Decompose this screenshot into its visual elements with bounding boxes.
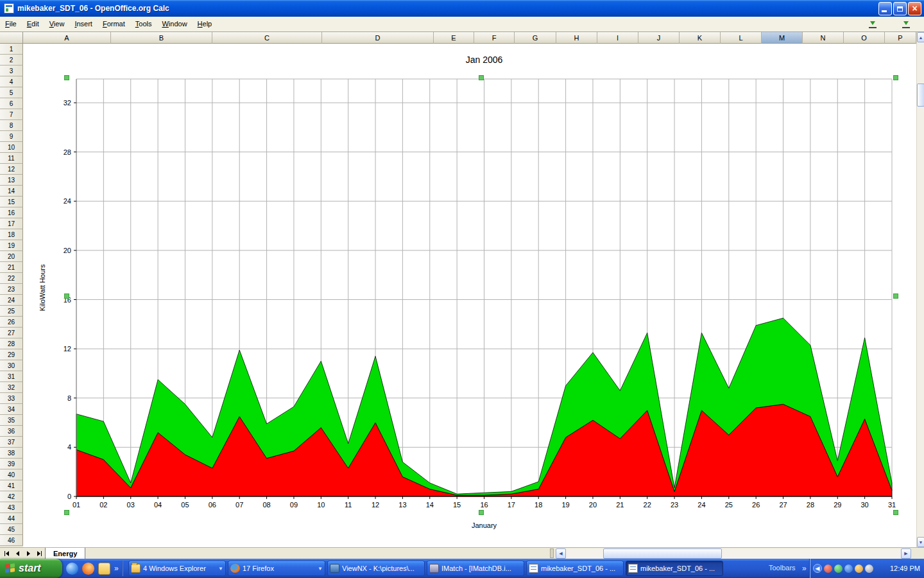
menu-window[interactable]: Window xyxy=(157,17,192,30)
taskbar-button-6[interactable]: mikebaker_SDT_06 - ... xyxy=(626,561,723,576)
first-sheet-button[interactable] xyxy=(1,548,12,559)
quicklaunch-firefox-icon[interactable] xyxy=(82,563,94,575)
row-header-34[interactable]: 34 xyxy=(0,404,23,415)
row-header-28[interactable]: 28 xyxy=(0,338,23,349)
close-button[interactable]: × xyxy=(908,2,921,15)
row-header-24[interactable]: 24 xyxy=(0,295,23,306)
menu-file[interactable]: File xyxy=(0,17,22,30)
row-header-44[interactable]: 44 xyxy=(0,513,23,524)
row-header-40[interactable]: 40 xyxy=(0,469,23,480)
row-header-19[interactable]: 19 xyxy=(0,240,23,251)
column-header-C[interactable]: C xyxy=(212,32,322,44)
row-header-13[interactable]: 13 xyxy=(0,175,23,186)
row-header-17[interactable]: 17 xyxy=(0,218,23,229)
quicklaunch-browser-icon[interactable] xyxy=(66,563,78,575)
vertical-scroll-thumb[interactable] xyxy=(917,83,924,107)
previous-sheet-button[interactable] xyxy=(12,548,22,559)
tray-icon[interactable] xyxy=(865,565,873,573)
row-header-22[interactable]: 22 xyxy=(0,273,23,284)
row-header-2[interactable]: 2 xyxy=(0,55,23,66)
row-header-36[interactable]: 36 xyxy=(0,426,23,437)
column-header-H[interactable]: H xyxy=(556,32,597,44)
row-header-30[interactable]: 30 xyxy=(0,360,23,371)
next-sheet-button[interactable] xyxy=(23,548,33,559)
hide-inactive-icons-button[interactable]: ◀ xyxy=(813,564,822,573)
row-header-4[interactable]: 4 xyxy=(0,76,23,87)
taskbar-button-3[interactable]: ViewNX - K:\pictures\... xyxy=(327,561,425,576)
row-header-9[interactable]: 9 xyxy=(0,131,23,142)
horizontal-scroll-thumb[interactable] xyxy=(603,548,722,559)
row-header-15[interactable]: 15 xyxy=(0,197,23,207)
column-header-D[interactable]: D xyxy=(322,32,434,44)
selection-handle-bottom-right[interactable] xyxy=(893,510,898,515)
last-sheet-button[interactable] xyxy=(34,548,44,559)
row-header-5[interactable]: 5 xyxy=(0,87,23,98)
start-button[interactable]: start xyxy=(0,559,62,578)
selection-handle-bottom-center[interactable] xyxy=(479,510,484,515)
taskbar-button-1[interactable]: 4 Windows Explorer▼ xyxy=(128,561,226,576)
menu-insert[interactable]: Insert xyxy=(69,17,98,30)
menu-view[interactable]: View xyxy=(44,17,70,30)
scroll-up-button[interactable]: ▲ xyxy=(917,32,924,42)
row-header-32[interactable]: 32 xyxy=(0,382,23,393)
row-header-6[interactable]: 6 xyxy=(0,98,23,109)
column-header-J[interactable]: J xyxy=(638,32,680,44)
dock-toolbar-icon[interactable] xyxy=(901,19,911,30)
title-bar[interactable]: mikebaker_SDT_06 - OpenOffice.org Calc × xyxy=(0,0,924,17)
quicklaunch-folder-icon[interactable] xyxy=(98,563,110,575)
row-header-26[interactable]: 26 xyxy=(0,317,23,328)
selection-handle-top-center[interactable] xyxy=(479,75,484,80)
taskbar-button-4[interactable]: IMatch - [IMatchDB.i... xyxy=(427,561,524,576)
column-header-I[interactable]: I xyxy=(597,32,638,44)
tray-icon[interactable] xyxy=(844,565,853,573)
column-header-K[interactable]: K xyxy=(680,32,721,44)
row-header-12[interactable]: 12 xyxy=(0,164,23,175)
menu-format[interactable]: Format xyxy=(98,17,130,30)
column-header-G[interactable]: G xyxy=(515,32,556,44)
row-header-45[interactable]: 45 xyxy=(0,524,23,535)
column-header-L[interactable]: L xyxy=(721,32,762,44)
tray-icon[interactable] xyxy=(855,565,863,573)
selection-handle-mid-left[interactable] xyxy=(64,293,69,299)
scroll-down-button[interactable]: ▼ xyxy=(917,537,924,547)
row-header-33[interactable]: 33 xyxy=(0,393,23,404)
column-header-M[interactable]: M xyxy=(762,32,803,44)
row-header-43[interactable]: 43 xyxy=(0,502,23,513)
row-header-18[interactable]: 18 xyxy=(0,229,23,240)
row-header-11[interactable]: 11 xyxy=(0,153,23,164)
column-header-A[interactable]: A xyxy=(23,32,111,44)
row-header-21[interactable]: 21 xyxy=(0,262,23,273)
taskbar-button-2[interactable]: 17 Firefox▼ xyxy=(228,561,325,576)
selection-handle-top-right[interactable] xyxy=(893,75,898,80)
row-header-29[interactable]: 29 xyxy=(0,349,23,360)
row-header-39[interactable]: 39 xyxy=(0,459,23,469)
row-header-38[interactable]: 38 xyxy=(0,448,23,459)
minimize-button[interactable] xyxy=(878,2,892,15)
select-all-corner[interactable] xyxy=(0,32,23,44)
row-header-31[interactable]: 31 xyxy=(0,371,23,382)
row-header-10[interactable]: 10 xyxy=(0,142,23,153)
column-header-N[interactable]: N xyxy=(803,32,844,44)
row-header-20[interactable]: 20 xyxy=(0,251,23,262)
row-header-35[interactable]: 35 xyxy=(0,415,23,426)
hscroll-left-button[interactable]: ◀ xyxy=(556,548,566,559)
dock-toolbar-icon[interactable] xyxy=(868,19,878,30)
row-header-46[interactable]: 46 xyxy=(0,535,23,546)
toolbars-overflow-icon[interactable]: » xyxy=(802,564,807,573)
row-header-8[interactable]: 8 xyxy=(0,120,23,131)
taskbar-button-5[interactable]: mikebaker_SDT_06 - ... xyxy=(526,561,624,576)
row-header-16[interactable]: 16 xyxy=(0,207,23,218)
row-header-3[interactable]: 3 xyxy=(0,66,23,76)
quicklaunch-overflow-icon[interactable]: » xyxy=(114,564,119,573)
column-header-O[interactable]: O xyxy=(844,32,885,44)
column-header-E[interactable]: E xyxy=(434,32,474,44)
sheet-tab-energy[interactable]: Energy xyxy=(45,548,85,559)
vertical-scrollbar[interactable]: ▲ ▼ xyxy=(916,32,924,547)
selection-handle-mid-right[interactable] xyxy=(893,293,898,299)
selection-handle-bottom-left[interactable] xyxy=(64,510,69,515)
column-header-F[interactable]: F xyxy=(474,32,515,44)
row-header-14[interactable]: 14 xyxy=(0,186,23,197)
tray-icon[interactable] xyxy=(824,565,832,573)
restore-button[interactable] xyxy=(893,2,907,15)
column-header-B[interactable]: B xyxy=(111,32,212,44)
